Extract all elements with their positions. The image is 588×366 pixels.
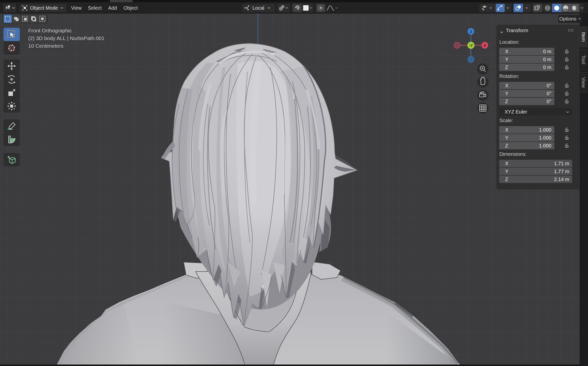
svg-text:X: X [484,43,486,47]
svg-text:-Y: -Y [469,43,473,47]
svg-text:Z: Z [470,29,472,34]
